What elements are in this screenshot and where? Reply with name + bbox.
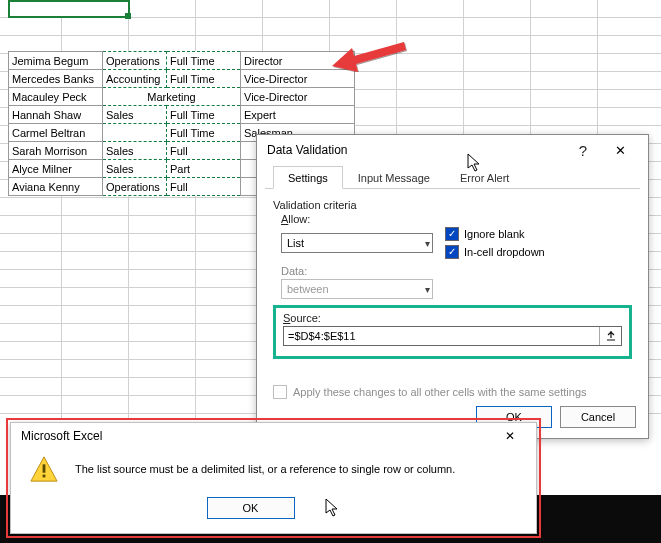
data-validation-dialog: Data Validation ? ✕ Settings Input Messa… bbox=[256, 134, 649, 439]
cell[interactable]: Carmel Beltran bbox=[9, 124, 103, 142]
criteria-label: Validation criteria bbox=[273, 199, 632, 211]
source-highlight: Source: =$D$4:$E$11 bbox=[273, 305, 632, 359]
cell[interactable]: Operations bbox=[103, 178, 167, 196]
cell[interactable]: Vice-Director bbox=[241, 88, 355, 106]
cell[interactable]: Hannah Shaw bbox=[9, 106, 103, 124]
tab-error-alert[interactable]: Error Alert bbox=[445, 166, 525, 189]
ok-button[interactable]: OK bbox=[207, 497, 295, 519]
allow-value: List bbox=[287, 237, 304, 249]
cell[interactable]: Director bbox=[241, 52, 355, 70]
chevron-down-icon: ▾ bbox=[425, 284, 430, 295]
data-label: Data: bbox=[281, 265, 632, 277]
msgbox-text: The list source must be a delimited list… bbox=[75, 463, 455, 475]
table-row: Mercedes Banks Accounting Full Time Vice… bbox=[9, 70, 355, 88]
cell[interactable]: Aviana Kenny bbox=[9, 178, 103, 196]
data-value: between bbox=[287, 283, 329, 295]
ignore-blank-checkbox[interactable]: ✓ Ignore blank bbox=[445, 227, 545, 241]
cell[interactable]: Full Time bbox=[167, 70, 241, 88]
cell[interactable]: Full bbox=[167, 142, 241, 160]
table-row: Hannah Shaw Sales Full Time Expert bbox=[9, 106, 355, 124]
cell[interactable]: Sales bbox=[103, 142, 167, 160]
table-row: Jemima Begum Operations Full Time Direct… bbox=[9, 52, 355, 70]
msgbox-title: Microsoft Excel bbox=[21, 429, 102, 443]
cell[interactable]: Expert bbox=[241, 106, 355, 124]
cell-merged[interactable]: Marketing bbox=[103, 88, 241, 106]
incell-dropdown-checkbox[interactable]: ✓ In-cell dropdown bbox=[445, 245, 545, 259]
cell[interactable]: Macauley Peck bbox=[9, 88, 103, 106]
cell[interactable]: Sales bbox=[103, 160, 167, 178]
close-button[interactable]: ✕ bbox=[598, 135, 642, 165]
svg-rect-2 bbox=[43, 464, 46, 472]
apply-all-checkbox: Apply these changes to all other cells w… bbox=[273, 385, 632, 399]
data-combo: between ▾ bbox=[281, 279, 433, 299]
close-button[interactable]: ✕ bbox=[490, 423, 530, 449]
cell[interactable]: Operations bbox=[103, 52, 167, 70]
source-input[interactable]: =$D$4:$E$11 bbox=[283, 326, 622, 346]
range-picker-icon[interactable] bbox=[599, 327, 621, 345]
cell[interactable] bbox=[103, 124, 167, 142]
source-label: Source: bbox=[283, 312, 622, 324]
cell[interactable]: Sarah Morrison bbox=[9, 142, 103, 160]
chevron-down-icon: ▾ bbox=[425, 238, 430, 249]
cell[interactable]: Full Time bbox=[167, 106, 241, 124]
cell[interactable]: Part bbox=[167, 160, 241, 178]
cell[interactable]: Mercedes Banks bbox=[9, 70, 103, 88]
cursor-icon bbox=[325, 498, 341, 518]
cell[interactable]: Full Time bbox=[167, 124, 241, 142]
cell[interactable]: Vice-Director bbox=[241, 70, 355, 88]
cell[interactable]: Full bbox=[167, 178, 241, 196]
tab-input-message[interactable]: Input Message bbox=[343, 166, 445, 189]
error-messagebox: Microsoft Excel ✕ The list source must b… bbox=[10, 422, 537, 534]
svg-rect-3 bbox=[43, 475, 46, 478]
cell[interactable]: Alyce Milner bbox=[9, 160, 103, 178]
tab-settings[interactable]: Settings bbox=[273, 166, 343, 189]
cell[interactable]: Jemima Begum bbox=[9, 52, 103, 70]
table-row: Macauley Peck Marketing Vice-Director bbox=[9, 88, 355, 106]
cell[interactable]: Full Time bbox=[167, 52, 241, 70]
dialog-title: Data Validation bbox=[267, 143, 348, 157]
source-value: =$D$4:$E$11 bbox=[284, 330, 599, 342]
cell[interactable]: Accounting bbox=[103, 70, 167, 88]
warning-icon bbox=[29, 455, 59, 483]
active-cell[interactable] bbox=[8, 0, 130, 18]
cancel-button[interactable]: Cancel bbox=[560, 406, 636, 428]
cell[interactable]: Sales bbox=[103, 106, 167, 124]
allow-label: Allow: bbox=[281, 213, 632, 225]
allow-combo[interactable]: List ▾ bbox=[281, 233, 433, 253]
help-button[interactable]: ? bbox=[568, 142, 598, 159]
